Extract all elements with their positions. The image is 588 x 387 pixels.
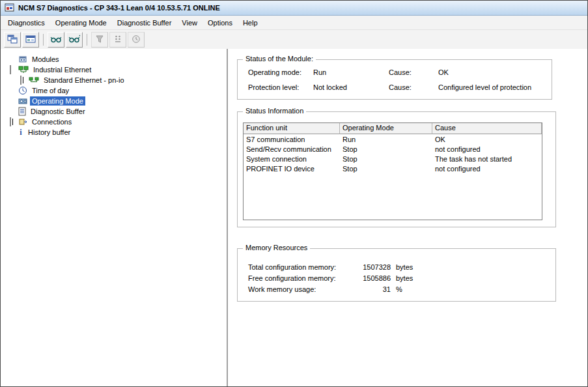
interrupts-icon xyxy=(114,35,122,45)
column-header-cause[interactable]: Cause xyxy=(432,123,542,134)
clock-button xyxy=(128,32,145,48)
table-header: Function unit Operating Mode Cause xyxy=(244,123,542,134)
group-title: Memory Resources xyxy=(243,244,310,251)
filter-button xyxy=(91,32,108,48)
title-bar[interactable]: NCM S7 Diagnostics - CP 343-1 Lean 0/4 1… xyxy=(1,1,587,16)
work-memory-usage-unit: % xyxy=(396,285,402,293)
module-status-group: Status of the Module: Operating mode: Ru… xyxy=(237,59,552,100)
column-header-operating-mode[interactable]: Operating Mode xyxy=(340,123,432,134)
modules-icon xyxy=(18,55,27,64)
cell-function-unit: Send/Recv communication xyxy=(244,145,340,153)
operating-mode-label: Operating mode: xyxy=(248,68,301,76)
cell-function-unit: System connection xyxy=(244,155,340,163)
menu-help[interactable]: Help xyxy=(238,16,263,29)
tree-item-label: Diagnostic Buffer xyxy=(29,107,87,116)
protection-level-value: Not locked xyxy=(313,83,347,91)
tree-item-history-buffer[interactable]: i History buffer xyxy=(1,127,227,137)
work-memory-usage-value: 31 xyxy=(342,285,391,293)
glasses-online-icon xyxy=(68,35,80,45)
tree-item-label: Industrial Ethernet xyxy=(31,65,93,74)
group-title: Status of the Module: xyxy=(243,55,316,63)
tree-item-operating-mode[interactable]: Operating Mode xyxy=(1,96,227,106)
toolbar-separator xyxy=(87,34,87,46)
tree-item-label: Operating Mode xyxy=(30,96,85,106)
table-row[interactable]: Send/Recv communication Stop not configu… xyxy=(244,144,542,154)
app-icon xyxy=(5,3,15,13)
protection-level-label: Protection level: xyxy=(248,83,299,91)
online-window-icon xyxy=(25,35,36,45)
menu-bar: Diagnostics Operating Mode Diagnostic Bu… xyxy=(1,16,587,30)
cell-function-unit: PROFINET IO device xyxy=(244,165,340,173)
table-row[interactable]: S7 communication Run OK xyxy=(244,134,542,144)
memory-resources-group: Memory Resources Total configuration mem… xyxy=(237,248,556,302)
tree-item-label: Connections xyxy=(30,117,74,126)
work-memory-usage-label: Work memory usage: xyxy=(248,285,316,293)
free-config-memory-value: 1505886 xyxy=(342,274,391,282)
interrupts-button xyxy=(109,32,126,48)
tree-item-time-of-day[interactable]: Time of day xyxy=(1,85,227,96)
cell-operating-mode: Stop xyxy=(340,155,432,163)
glasses-button[interactable] xyxy=(48,32,64,48)
cause-value: OK xyxy=(438,68,449,76)
toolbar-separator xyxy=(43,34,44,46)
online-window-button[interactable] xyxy=(22,32,39,48)
table-row[interactable]: PROFINET IO device Stop not configured xyxy=(244,164,542,173)
ethernet-subnet-icon xyxy=(29,76,39,85)
cell-operating-mode: Stop xyxy=(340,165,432,173)
cell-function-unit: S7 communication xyxy=(244,136,340,143)
cascade-windows-icon xyxy=(7,35,18,45)
cell-cause: not configured xyxy=(432,145,542,153)
detail-pane: Status of the Module: Operating mode: Ru… xyxy=(228,49,587,386)
menu-options[interactable]: Options xyxy=(203,16,238,29)
free-config-memory-unit: bytes xyxy=(396,274,413,282)
clock-icon xyxy=(132,35,141,45)
group-title: Status Information xyxy=(243,107,306,115)
tree-item-label: Time of day xyxy=(30,86,71,95)
cascade-windows-button[interactable] xyxy=(4,32,21,48)
svg-text:i: i xyxy=(20,128,22,137)
cell-operating-mode: Run xyxy=(340,136,432,143)
cell-cause: OK xyxy=(432,136,542,143)
client-area: Modules Industrial Ethernet Standard Eth… xyxy=(1,49,587,386)
cell-operating-mode: Stop xyxy=(340,145,432,153)
table-row[interactable]: System connection Stop The task has not … xyxy=(244,154,542,164)
menu-diagnostics[interactable]: Diagnostics xyxy=(3,16,50,29)
free-config-memory-label: Free configuration memory: xyxy=(248,274,336,282)
status-information-group: Status Information Function unit Operati… xyxy=(237,111,556,227)
cause-label: Cause: xyxy=(389,83,412,91)
tree-item-label: Modules xyxy=(30,55,61,64)
expand-icon[interactable] xyxy=(10,117,11,126)
filter-icon xyxy=(95,35,104,45)
operating-mode-value: Run xyxy=(313,68,326,76)
glasses-online-button[interactable] xyxy=(66,32,83,48)
tree-item-industrial-ethernet[interactable]: Industrial Ethernet xyxy=(1,64,227,75)
tree-item-modules[interactable]: Modules xyxy=(1,54,227,64)
cause-value: Configured level of protection xyxy=(438,83,531,91)
tree-item-label: History buffer xyxy=(26,128,72,137)
tree-item-standard-ethernet[interactable]: Standard Ethernet - pn-io xyxy=(1,75,227,85)
operating-mode-icon xyxy=(18,96,27,106)
app-window: NCM S7 Diagnostics - CP 343-1 Lean 0/4 1… xyxy=(0,0,588,387)
tree-item-label: Standard Ethernet - pn-io xyxy=(42,76,126,85)
total-config-memory-label: Total configuration memory: xyxy=(248,263,336,271)
clock-icon xyxy=(18,86,27,95)
diagnostic-buffer-icon xyxy=(18,107,26,116)
tree-item-diagnostic-buffer[interactable]: Diagnostic Buffer xyxy=(1,106,227,117)
industrial-ethernet-icon xyxy=(18,65,29,74)
status-information-table: Function unit Operating Mode Cause S7 co… xyxy=(243,122,542,220)
total-config-memory-value: 1507328 xyxy=(342,263,391,271)
cause-label: Cause: xyxy=(389,68,412,76)
column-header-function-unit[interactable]: Function unit xyxy=(244,123,340,134)
expand-icon[interactable] xyxy=(20,76,21,85)
collapse-icon[interactable] xyxy=(10,65,11,74)
window-title: NCM S7 Diagnostics - CP 343-1 Lean 0/4 1… xyxy=(18,4,220,12)
toolbar xyxy=(1,30,587,50)
diagnostics-tree: Modules Industrial Ethernet Standard Eth… xyxy=(1,49,228,386)
glasses-icon xyxy=(50,35,62,45)
menu-diagnostic-buffer[interactable]: Diagnostic Buffer xyxy=(112,16,177,29)
menu-operating-mode[interactable]: Operating Mode xyxy=(50,16,112,29)
history-buffer-icon: i xyxy=(18,128,23,137)
menu-view[interactable]: View xyxy=(176,16,203,29)
total-config-memory-unit: bytes xyxy=(396,263,413,271)
tree-item-connections[interactable]: Connections xyxy=(1,117,227,127)
